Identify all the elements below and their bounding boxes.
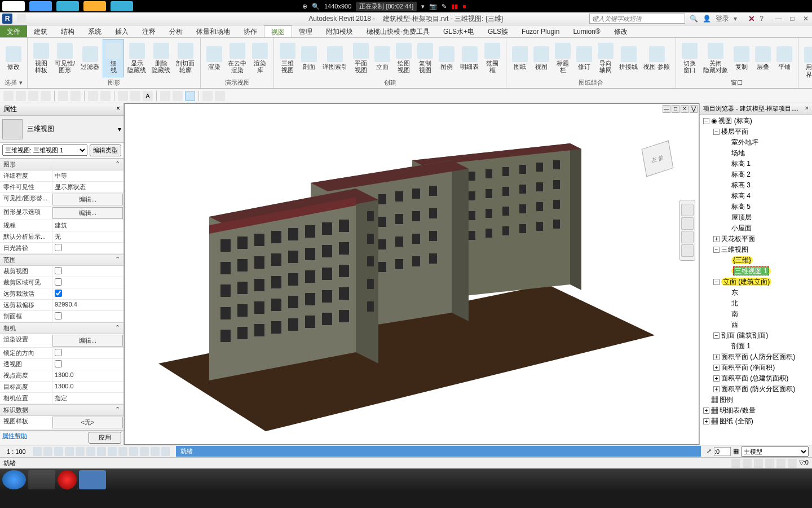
tree-item[interactable]: 标高 5 — [701, 202, 811, 212]
status-icon[interactable] — [731, 459, 740, 468]
qat-print[interactable] — [88, 91, 98, 101]
qat-measure[interactable] — [100, 91, 111, 101]
stop-icon[interactable]: ■ — [462, 3, 466, 10]
property-row[interactable]: 透视图 — [0, 359, 123, 370]
property-row[interactable]: 详细程度中等 — [0, 170, 123, 182]
property-row[interactable]: 剖面框 — [0, 311, 123, 322]
property-row[interactable]: 渲染设置编辑... — [0, 334, 123, 348]
ribbon-button[interactable]: 复制 视图 — [415, 39, 435, 77]
tree-item[interactable]: −剖面 (建筑剖面) — [701, 330, 811, 341]
ribbon-tab[interactable]: 建筑 — [27, 25, 54, 37]
ribbon-button[interactable]: 标题 栏 — [553, 39, 573, 77]
property-section-header[interactable]: 相机⌃ — [0, 322, 123, 334]
tree-item[interactable]: 三维视图 1 — [701, 266, 811, 277]
minimize-button[interactable]: — — [773, 14, 785, 24]
ribbon-tab[interactable]: 视图 — [264, 25, 292, 37]
angle-input[interactable] — [714, 447, 731, 456]
status-icon[interactable] — [743, 459, 752, 468]
ribbon-button[interactable]: 关闭 隐藏对象 — [701, 39, 730, 77]
filter-label[interactable]: ▽:0 — [799, 459, 809, 468]
ribbon-button[interactable]: 图例 — [436, 39, 457, 77]
tree-item[interactable]: 南 — [701, 309, 811, 319]
edit-type-button[interactable]: 编辑类型 — [90, 144, 121, 156]
type-name[interactable]: 三维视图 — [27, 124, 54, 134]
ribbon-button[interactable]: 层叠 — [753, 39, 773, 77]
qat-redo[interactable] — [70, 91, 81, 101]
sign-in-icon[interactable]: 👤 — [703, 15, 711, 23]
sys-icon[interactable] — [56, 1, 79, 11]
property-row[interactable]: 视点高度1300.0 — [0, 370, 123, 382]
tree-item[interactable]: +面积平面 (总建筑面积) — [701, 373, 811, 384]
property-section-header[interactable]: 图形⌃ — [0, 159, 123, 170]
status-icon[interactable] — [788, 459, 797, 468]
reveal-icon[interactable] — [129, 447, 138, 456]
record-button[interactable] — [58, 470, 77, 489]
status-icon[interactable] — [765, 459, 774, 468]
tree-item[interactable]: 东 — [701, 287, 811, 298]
hide-icon[interactable] — [118, 447, 127, 456]
crop-icon[interactable] — [86, 447, 95, 456]
dropdown-icon[interactable]: ▾ — [734, 15, 737, 23]
tree-item[interactable]: 场地 — [701, 148, 811, 159]
sys-icon[interactable] — [83, 1, 106, 11]
tree-item[interactable]: +面积平面 (人防分区面积) — [701, 352, 811, 362]
qat-switch[interactable] — [215, 91, 225, 101]
qat-open[interactable] — [16, 91, 26, 101]
ribbon-button[interactable]: 范围 框 — [482, 39, 502, 77]
help-icon[interactable]: ? — [760, 15, 764, 23]
nav-orbit[interactable] — [681, 244, 694, 257]
tree-item[interactable]: −三维视图 — [701, 244, 811, 255]
infocenter-icon[interactable]: 🔍 — [690, 15, 698, 23]
property-row[interactable]: 目标高度1300.0 — [0, 382, 123, 393]
qat-text[interactable]: A — [143, 91, 153, 101]
tree-item[interactable]: 屋顶层 — [701, 212, 811, 223]
property-row[interactable]: 视图样板<无> — [0, 416, 123, 430]
ribbon-tab[interactable]: 分析 — [162, 25, 189, 37]
property-section-header[interactable]: 标识数据⌃ — [0, 404, 123, 416]
qat-save[interactable] — [28, 91, 38, 101]
start-button[interactable] — [2, 470, 26, 489]
camera-icon[interactable]: 📷 — [429, 3, 437, 10]
ribbon-button[interactable]: 三维 视图 — [277, 39, 298, 77]
tree-item[interactable]: 西 — [701, 319, 811, 330]
tree-item[interactable]: 标高 1 — [701, 159, 811, 169]
qat-undo[interactable] — [58, 91, 68, 101]
building-model[interactable] — [153, 126, 660, 431]
tree-item[interactable]: 标高 4 — [701, 191, 811, 202]
vp-minimize[interactable]: — — [663, 105, 670, 113]
tree-item[interactable]: +面积平面 (防火分区面积) — [701, 384, 811, 395]
ribbon-tab[interactable]: 附加模块 — [319, 25, 360, 37]
tree-item[interactable]: 北 — [701, 298, 811, 309]
analytical-icon[interactable] — [151, 447, 160, 456]
ribbon-button[interactable]: 复制 — [731, 39, 752, 77]
ribbon-tab[interactable]: 橄榄山快模-免费工具 — [360, 25, 436, 37]
properties-help-link[interactable]: 属性帮助 — [2, 432, 27, 444]
tree-item[interactable]: 室外地坪 — [701, 137, 811, 148]
property-row[interactable]: 图形显示选项编辑... — [0, 207, 123, 220]
ribbon-tab[interactable]: 插入 — [108, 25, 135, 37]
ribbon-button[interactable]: 视图 样板 — [31, 39, 51, 77]
constraints-icon[interactable] — [140, 447, 149, 456]
qat-new[interactable] — [3, 91, 14, 101]
pause-icon[interactable]: ▮▮ — [451, 3, 458, 10]
ribbon-button[interactable]: 绘图 视图 — [394, 39, 414, 77]
dropdown-icon[interactable]: ▾ — [118, 125, 121, 133]
close-icon[interactable]: × — [116, 104, 120, 114]
ribbon-tab[interactable]: GLS族 — [481, 25, 515, 37]
property-row[interactable]: 裁剪区域可见 — [0, 277, 123, 288]
ribbon-button[interactable]: 详图索引 — [320, 39, 350, 77]
viewport[interactable]: — □ × ⋁ — [124, 103, 699, 445]
ribbon-button[interactable]: 立面 — [372, 39, 392, 77]
ribbon-button[interactable]: 渲染 库 — [250, 39, 270, 77]
angle-icon[interactable]: ⤢ — [707, 448, 712, 455]
qat-thin-lines[interactable] — [185, 91, 195, 101]
tree-item[interactable]: −立面 (建筑立面) — [701, 277, 811, 287]
scale[interactable]: 1 : 100 — [3, 448, 29, 455]
qat-3d[interactable] — [160, 91, 170, 101]
ribbon-button[interactable]: 渲染 — [204, 39, 224, 77]
property-row[interactable]: 远剪裁偏移92990.4 — [0, 300, 123, 311]
ribbon-button[interactable]: 用户 界面 — [802, 39, 812, 86]
ribbon-button[interactable]: 明细表 — [458, 39, 481, 77]
tree-item[interactable]: ▦ 图例 — [701, 395, 811, 405]
qat-dim[interactable] — [118, 91, 128, 101]
